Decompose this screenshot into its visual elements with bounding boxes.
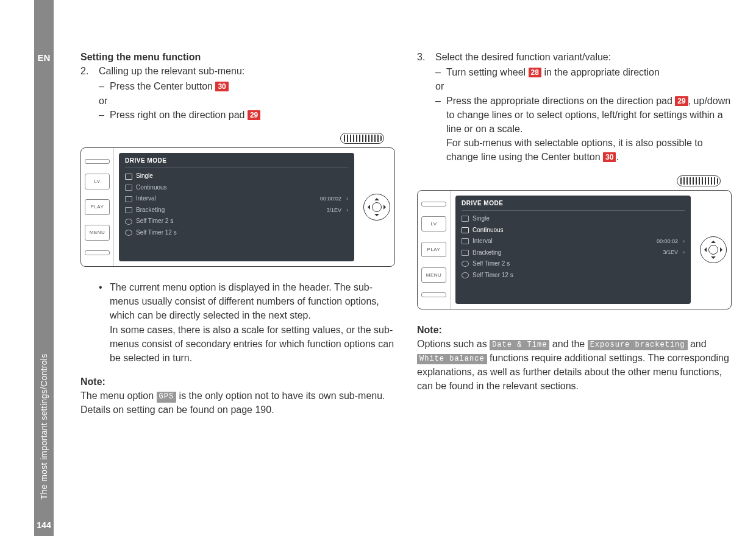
menu-option-chip: Exposure bracketing — [588, 340, 688, 350]
screen-title: DRIVE MODE — [462, 199, 685, 211]
heading: Setting the menu function — [80, 52, 201, 62]
row-label: Self Timer 12 s — [472, 271, 513, 280]
screen-row: Bracketing 3/1EV — [125, 205, 348, 216]
row-label: Self Timer 2 s — [472, 260, 510, 269]
column-right: 3. Select the desired function variant/v… — [417, 50, 732, 534]
screen-row: Interval 00:00:02 — [125, 193, 348, 205]
screen-row: Single — [462, 213, 685, 225]
row-label: Bracketing — [472, 249, 501, 258]
bullet-text: The current menu option is displayed in … — [110, 280, 395, 365]
direction-pad-area — [696, 191, 731, 309]
setting-wheel-icon — [340, 133, 384, 144]
camera-figure: LV PLAY MENU DRIVE MODE Single Continuou… — [417, 175, 732, 312]
direction-pad-icon — [363, 194, 390, 221]
sub-step: Turn setting wheel 28 in the appropriate… — [446, 65, 660, 79]
screen-row: Self Timer 2 s — [125, 216, 348, 227]
note-label: Note: — [80, 376, 105, 387]
ref-badge: 30 — [215, 82, 228, 91]
row-label: Self Timer 12 s — [136, 228, 177, 238]
or-label: or — [99, 94, 395, 108]
row-label: Self Timer 2 s — [136, 217, 173, 226]
step-text: Calling up the relevant sub-menu: — [99, 64, 244, 78]
page-content: Setting the menu function 2. Calling up … — [80, 50, 732, 534]
row-icon — [462, 227, 469, 233]
screen-title: DRIVE MODE — [125, 157, 348, 169]
side-button-blank — [85, 159, 110, 164]
side-button-menu: MENU — [85, 225, 110, 241]
screen-row: Continuous — [462, 225, 685, 236]
camera-screen: DRIVE MODE Single Continuous Interval 00… — [119, 153, 354, 261]
row-icon — [462, 250, 469, 256]
row-icon — [125, 230, 132, 236]
screen-row: Continuous — [125, 182, 348, 194]
bullet-marker: • — [99, 280, 105, 365]
side-button-blank — [85, 250, 110, 255]
step-number: 2. — [80, 64, 90, 78]
language-code: EN — [38, 52, 51, 63]
page-number: 144 — [37, 520, 51, 530]
ref-badge: 29 — [675, 96, 688, 106]
note-label: Note: — [417, 325, 442, 335]
step-number: 3. — [417, 50, 427, 64]
row-icon — [462, 261, 469, 267]
side-buttons: LV PLAY MENU — [81, 148, 114, 266]
row-icon — [462, 272, 469, 278]
sub-step: Press right on the direction pad 29 — [110, 108, 260, 122]
row-icon — [125, 185, 132, 191]
side-tab: EN The most important settings/Controls … — [34, 0, 54, 536]
step-text: Select the desired function variant/valu… — [435, 50, 611, 64]
side-button-play: PLAY — [85, 199, 110, 215]
sub-step: Press the Center button 30 — [110, 79, 229, 93]
row-icon — [462, 238, 469, 244]
row-icon — [125, 196, 132, 202]
camera-body: LV PLAY MENU DRIVE MODE Single Continuou… — [80, 147, 395, 267]
side-button-lv: LV — [421, 216, 446, 232]
row-icon — [125, 207, 132, 213]
row-label: Interval — [472, 237, 493, 246]
row-icon — [462, 216, 469, 222]
column-left: Setting the menu function 2. Calling up … — [80, 50, 395, 534]
row-label: Continuous — [472, 226, 504, 235]
direction-pad-area — [359, 148, 394, 266]
menu-option-chip: White balance — [417, 354, 487, 364]
menu-option-chip: Date & Time — [490, 340, 549, 350]
screen-row: Bracketing 3/1EV — [462, 247, 685, 259]
side-button-lv: LV — [85, 174, 110, 189]
screen-row: Single — [125, 171, 348, 182]
sub-step: Press the appropriate directions on the … — [446, 94, 732, 164]
note-text: The menu option GPS is the only option n… — [80, 389, 395, 417]
or-label: or — [435, 79, 732, 93]
row-label: Bracketing — [136, 206, 165, 215]
ref-badge: 28 — [529, 68, 541, 77]
row-label: Single — [136, 172, 153, 181]
setting-wheel-icon — [677, 175, 721, 186]
note-text: Options such as Date & Time and the Expo… — [417, 337, 732, 394]
ref-badge: 29 — [248, 110, 260, 120]
row-label: Single — [472, 214, 490, 224]
ref-badge: 30 — [603, 152, 616, 162]
row-label: Continuous — [136, 183, 167, 192]
camera-body: LV PLAY MENU DRIVE MODE Single Continuou… — [417, 190, 732, 309]
direction-pad-icon — [700, 236, 727, 263]
camera-figure: LV PLAY MENU DRIVE MODE Single Continuou… — [80, 133, 395, 269]
screen-row: Self Timer 12 s — [125, 227, 348, 239]
screen-row: Interval 00:00:02 — [462, 236, 685, 247]
side-button-blank — [421, 202, 446, 207]
section-title: The most important settings/Controls — [39, 79, 49, 500]
row-icon — [125, 219, 132, 225]
camera-screen: DRIVE MODE Single Continuous Interval 00… — [455, 196, 691, 304]
side-button-menu: MENU — [421, 267, 446, 283]
row-icon — [125, 174, 132, 180]
screen-row: Self Timer 12 s — [462, 270, 685, 281]
screen-row: Self Timer 2 s — [462, 258, 685, 270]
row-label: Interval — [136, 194, 156, 203]
side-buttons: LV PLAY MENU — [418, 191, 451, 309]
side-button-play: PLAY — [421, 242, 446, 258]
menu-option-chip: GPS — [157, 392, 177, 402]
side-button-blank — [421, 292, 446, 297]
